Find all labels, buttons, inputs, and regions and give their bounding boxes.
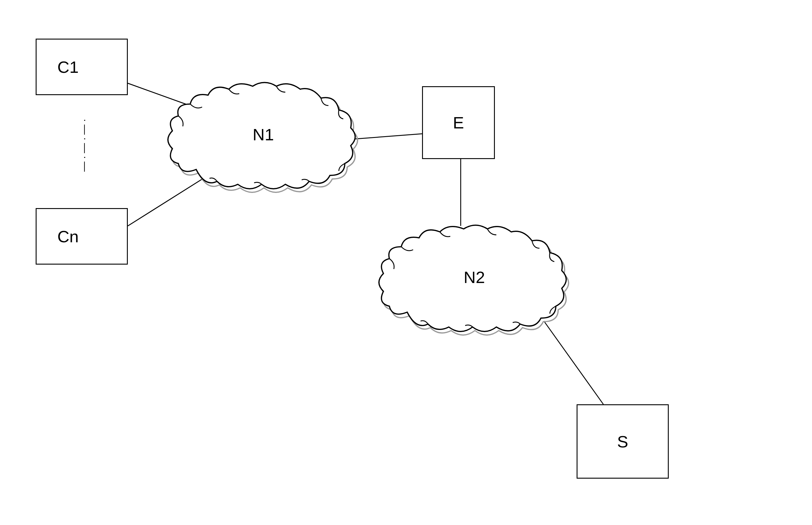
cloud-n2-label: N2 [464, 268, 485, 287]
cloud-n1-label: N1 [252, 125, 274, 144]
network-diagram: N1 N2 C1 Cn · — · — · — [0, 0, 812, 525]
